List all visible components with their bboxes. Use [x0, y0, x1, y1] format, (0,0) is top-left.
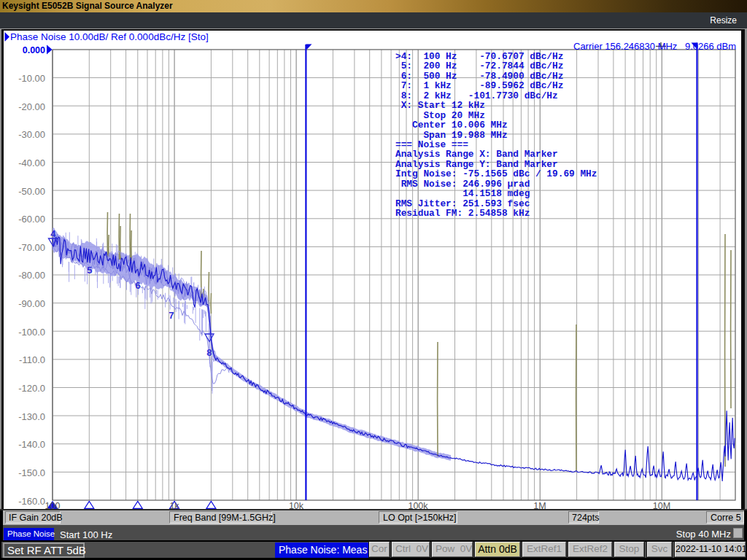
svg-text:8: 8	[206, 348, 212, 359]
svg-text:6: 6	[135, 281, 141, 292]
svg-text:5: 5	[87, 265, 93, 276]
svg-text:7: 7	[169, 311, 174, 322]
